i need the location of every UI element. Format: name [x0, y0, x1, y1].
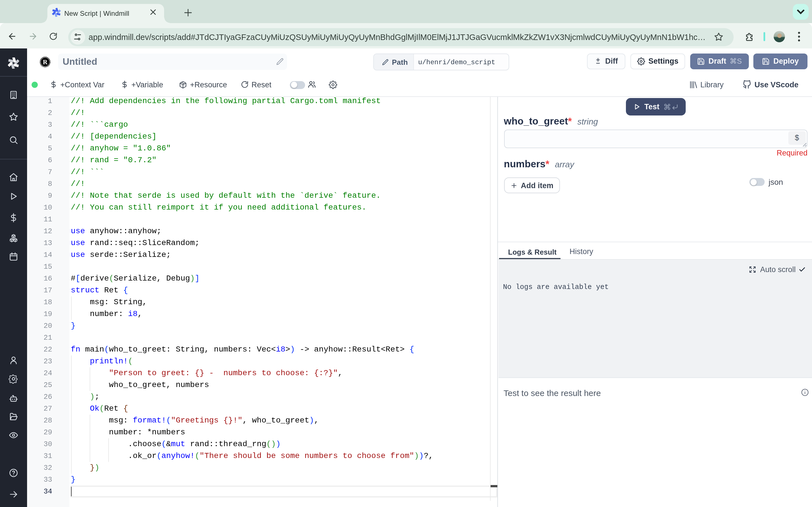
svg-text:R: R [43, 59, 48, 66]
